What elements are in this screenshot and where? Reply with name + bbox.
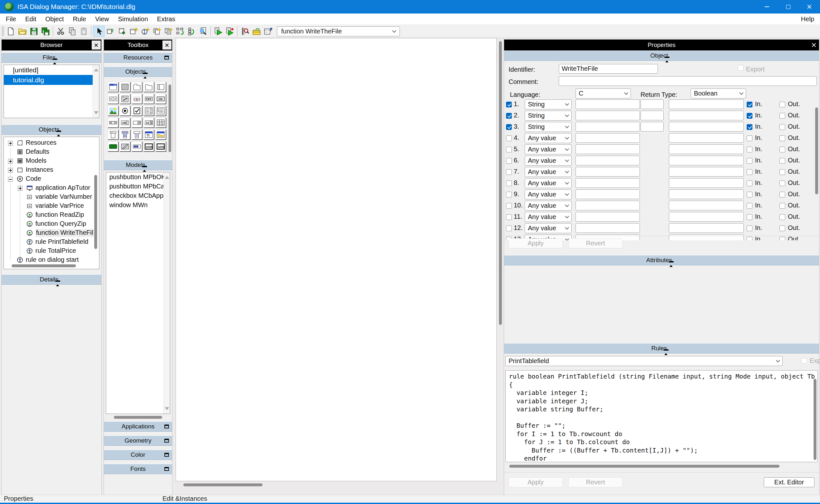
param-type-select[interactable]: Any value <box>525 133 572 143</box>
object-apply-button[interactable]: Apply <box>509 238 563 248</box>
minimize-button[interactable] <box>756 0 778 14</box>
rules-apply-button[interactable]: Apply <box>509 477 563 487</box>
model-item-mcbappend[interactable]: checkbox MCbAppen <box>106 191 170 200</box>
param-out-checkbox[interactable] <box>779 158 785 164</box>
new-object-button[interactable] <box>128 26 139 37</box>
param-extra-input[interactable] <box>640 122 664 132</box>
maximize-button[interactable] <box>778 0 799 14</box>
param-extra-input[interactable] <box>640 99 664 109</box>
language-select[interactable]: C <box>576 88 631 98</box>
expand-icon[interactable] <box>8 141 13 146</box>
param-enabled-checkbox[interactable] <box>506 225 512 231</box>
param-name-input[interactable] <box>576 122 640 132</box>
details-section-header[interactable]: Details <box>2 274 101 285</box>
widget-columns-tool[interactable] <box>132 94 142 104</box>
widget-pushbutton-tool[interactable]: OK <box>155 94 166 104</box>
param-in-checkbox[interactable] <box>747 192 752 197</box>
widget-folder-tool[interactable] <box>143 82 154 92</box>
expand-section-icon[interactable] <box>164 453 169 457</box>
param-type-select[interactable]: Any value <box>525 212 572 222</box>
param-enabled-checkbox[interactable] <box>506 147 512 152</box>
param-out-checkbox[interactable] <box>779 102 785 107</box>
paste-object-before-button[interactable] <box>151 26 162 37</box>
properties-close-button[interactable] <box>809 41 818 50</box>
tree-item-function-readzip[interactable]: function ReadZip <box>4 211 99 220</box>
tree-vertical-scrollbar[interactable] <box>94 175 97 249</box>
widget-scrollbar-tool[interactable] <box>108 118 118 128</box>
param-name-input[interactable] <box>576 201 640 210</box>
tree-item-resources[interactable]: Resources <box>4 139 99 148</box>
param-type-select[interactable]: String <box>525 122 572 132</box>
param-in-checkbox[interactable] <box>747 180 752 186</box>
browser-close-button[interactable] <box>92 41 101 50</box>
models-scrollbar[interactable] <box>163 172 170 414</box>
expand-section-icon[interactable] <box>164 56 169 60</box>
collapse-section-icon[interactable] <box>55 280 60 285</box>
scroll-down-icon[interactable] <box>165 407 169 412</box>
param-value-input[interactable] <box>669 99 744 109</box>
expand-section-icon[interactable] <box>164 467 169 471</box>
param-out-checkbox[interactable] <box>779 169 785 175</box>
collapse-icon[interactable] <box>8 177 13 182</box>
widget-edittext-tool[interactable]: AB <box>120 118 130 128</box>
fonts-section-header[interactable]: Fonts <box>104 464 172 474</box>
param-name-input[interactable] <box>576 189 640 199</box>
param-enabled-checkbox[interactable] <box>506 135 512 141</box>
param-value-input[interactable] <box>669 201 744 210</box>
menu-edit[interactable]: Edit <box>21 14 41 24</box>
param-type-select[interactable]: Any value <box>525 189 572 199</box>
param-enabled-checkbox[interactable] <box>506 214 512 220</box>
widget-user-widget2-tool[interactable]: USW <box>155 142 166 151</box>
param-enabled-checkbox[interactable] <box>506 158 512 164</box>
widget-combobox-tool[interactable] <box>132 118 142 128</box>
widget-messagebox-tool[interactable]: ?! <box>143 130 154 140</box>
param-type-select[interactable]: Any value <box>525 144 572 154</box>
menu-extras[interactable]: Extras <box>152 14 180 24</box>
trace-simulation-button[interactable] <box>239 26 251 37</box>
param-in-checkbox[interactable] <box>747 113 752 119</box>
tree-item-code[interactable]: Code <box>4 175 99 184</box>
tree-item-instances[interactable]: Instances <box>4 166 99 175</box>
tree-item-rule-printtablefield[interactable]: rule PrintTablefield <box>4 238 99 247</box>
models-section-header[interactable]: Models <box>104 160 172 170</box>
resources-section-header[interactable]: Resources <box>104 52 172 63</box>
param-out-checkbox[interactable] <box>779 192 785 197</box>
find-object-button[interactable] <box>197 26 209 37</box>
param-value-input[interactable] <box>669 223 744 233</box>
save-all-button[interactable] <box>40 26 51 37</box>
object-section-header[interactable]: Object <box>504 50 819 61</box>
model-item-mwn[interactable]: window MWn <box>106 200 170 210</box>
color-section-header[interactable]: Color <box>104 450 172 460</box>
rule-export-checkbox[interactable] <box>801 358 807 364</box>
browser-objects-section-header[interactable]: Objects <box>2 124 101 135</box>
param-type-select[interactable]: String <box>525 111 572 121</box>
param-in-checkbox[interactable] <box>747 135 752 141</box>
param-in-checkbox[interactable] <box>747 225 752 231</box>
param-type-select[interactable]: Any value <box>525 167 572 177</box>
param-enabled-checkbox[interactable] <box>506 180 512 186</box>
param-in-checkbox[interactable] <box>747 203 752 209</box>
collapse-section-icon[interactable] <box>56 131 61 135</box>
tree-item-models[interactable]: M Models <box>4 157 99 166</box>
scroll-down-icon[interactable] <box>94 111 98 116</box>
menu-simulation[interactable]: Simulation <box>114 14 152 24</box>
expand-section-icon[interactable] <box>164 439 169 443</box>
param-in-checkbox[interactable] <box>747 147 752 152</box>
files-scrollbar[interactable] <box>93 65 99 118</box>
save-file-button[interactable] <box>28 26 40 37</box>
collapse-section-icon[interactable] <box>142 166 147 170</box>
param-type-select[interactable]: String <box>525 99 572 109</box>
param-value-input[interactable] <box>669 133 744 143</box>
param-in-checkbox[interactable] <box>747 214 752 220</box>
files-section-header[interactable]: Files <box>2 52 101 63</box>
dialog-options-button[interactable] <box>262 26 274 37</box>
widget-window-statusbar-tool[interactable] <box>108 130 118 140</box>
tree-item-rule-on-dialog-start[interactable]: rule on dialog start <box>4 256 99 265</box>
tree-item-function-writethefile[interactable]: function WriteTheFil <box>4 229 99 238</box>
param-value-input[interactable] <box>669 111 744 120</box>
rules-revert-button[interactable]: Revert <box>568 477 622 487</box>
menu-help[interactable]: Help <box>795 14 820 24</box>
model-item-mpbcancel[interactable]: pushbutton MPbCanc <box>106 182 170 191</box>
widget-subwindow-tool[interactable] <box>132 130 142 140</box>
tree-item-rule-totalprice[interactable]: rule TotalPrice <box>4 247 99 256</box>
